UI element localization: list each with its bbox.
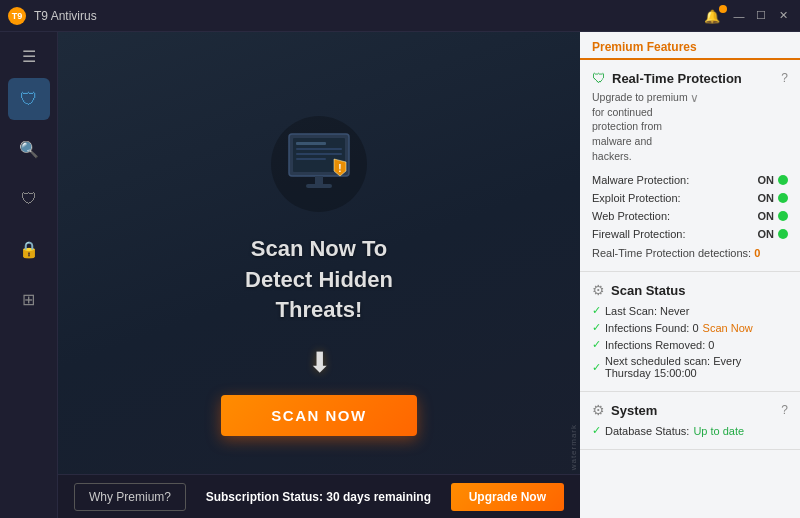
app-logo: T9 bbox=[8, 7, 26, 25]
svg-rect-6 bbox=[296, 158, 326, 160]
watermark: watermark bbox=[569, 424, 578, 470]
hero-illustration: ! bbox=[254, 114, 384, 214]
system-icon: ⚙ bbox=[592, 402, 605, 418]
db-status-link[interactable]: Up to date bbox=[693, 425, 744, 437]
detections-row: Real-Time Protection detections: 0 bbox=[592, 243, 788, 261]
svg-rect-4 bbox=[296, 148, 342, 150]
lock-icon: 🔒 bbox=[19, 240, 39, 259]
scan-status-section: ⚙ Scan Status ✓ Last Scan: Never ✓ Infec… bbox=[580, 272, 800, 392]
detections-count: 0 bbox=[754, 247, 760, 259]
upgrade-now-button[interactable]: Upgrade Now bbox=[451, 483, 564, 511]
arrow-down-icon: ⬇ bbox=[308, 346, 331, 379]
rtp-help-icon[interactable]: ? bbox=[781, 71, 788, 85]
check-icon-last-scan: ✓ bbox=[592, 304, 601, 317]
right-panel: Premium Features 🛡 Real-Time Protection … bbox=[580, 32, 800, 518]
check-icon-infections: ✓ bbox=[592, 321, 601, 334]
exploit-status-dot bbox=[778, 193, 788, 203]
scan-title: Scan Status bbox=[611, 283, 788, 298]
sidebar: ☰ 🛡 🔍 🛡 🔒 ⊞ bbox=[0, 32, 58, 518]
sidebar-item-grid[interactable]: ⊞ bbox=[8, 278, 50, 320]
svg-rect-8 bbox=[306, 184, 332, 188]
app-container: ☰ 🛡 🔍 🛡 🔒 ⊞ bbox=[0, 32, 800, 518]
exploit-status: ON bbox=[758, 192, 789, 204]
firewall-status: ON bbox=[758, 228, 789, 240]
sidebar-item-check[interactable]: 🛡 bbox=[8, 178, 50, 220]
malware-status: ON bbox=[758, 174, 789, 186]
notification-badge bbox=[719, 5, 727, 13]
rtp-title-row: 🛡 Real-Time Protection ? bbox=[592, 70, 788, 86]
exploit-protection-row: Exploit Protection: ON bbox=[592, 189, 788, 207]
title-bar-left: T9 T9 Antivirus bbox=[8, 7, 97, 25]
web-status-dot bbox=[778, 211, 788, 221]
close-button[interactable]: ✕ bbox=[774, 7, 792, 25]
premium-features-title: Premium Features bbox=[580, 32, 800, 60]
svg-rect-5 bbox=[296, 153, 342, 155]
real-time-protection-section: 🛡 Real-Time Protection ? Upgrade to prem… bbox=[580, 60, 800, 272]
notification-icon[interactable]: 🔔 bbox=[704, 7, 726, 25]
main-content: ! Scan Now ToDetect HiddenThreats! ⬇ SCA… bbox=[58, 32, 580, 518]
sidebar-menu-icon[interactable]: ☰ bbox=[8, 40, 50, 72]
system-title: System bbox=[611, 403, 775, 418]
infections-removed-row: ✓ Infections Removed: 0 bbox=[592, 336, 788, 353]
why-premium-button[interactable]: Why Premium? bbox=[74, 483, 186, 511]
web-status: ON bbox=[758, 210, 789, 222]
svg-rect-7 bbox=[315, 176, 323, 184]
hero-text: Scan Now ToDetect HiddenThreats! bbox=[245, 234, 393, 326]
upgrade-description: Upgrade to premium for continued protect… bbox=[592, 90, 788, 163]
check-shield-icon: 🛡 bbox=[21, 190, 37, 208]
svg-text:!: ! bbox=[338, 163, 341, 174]
shield-icon: 🛡 bbox=[20, 89, 38, 110]
database-status-row: ✓ Database Status: Up to date bbox=[592, 422, 788, 439]
app-title: T9 Antivirus bbox=[34, 9, 97, 23]
sidebar-item-search[interactable]: 🔍 bbox=[8, 128, 50, 170]
scan-icon: ⚙ bbox=[592, 282, 605, 298]
minimize-button[interactable]: — bbox=[730, 7, 748, 25]
scan-now-button[interactable]: SCAN NOW bbox=[221, 395, 416, 436]
system-help-icon[interactable]: ? bbox=[781, 403, 788, 417]
malware-protection-row: Malware Protection: ON bbox=[592, 171, 788, 189]
web-protection-row: Web Protection: ON bbox=[592, 207, 788, 225]
maximize-button[interactable]: ☐ bbox=[752, 7, 770, 25]
system-title-row: ⚙ System ? bbox=[592, 402, 788, 418]
search-icon: 🔍 bbox=[19, 140, 39, 159]
title-bar-controls: 🔔 — ☐ ✕ bbox=[704, 7, 792, 25]
check-icon-removed: ✓ bbox=[592, 338, 601, 351]
expand-icon[interactable]: ∨ bbox=[690, 90, 788, 107]
rtp-title: Real-Time Protection bbox=[612, 71, 775, 86]
subscription-status: Subscription Status: 30 days remaining bbox=[206, 490, 431, 504]
malware-status-dot bbox=[778, 175, 788, 185]
firewall-protection-row: Firewall Protection: ON bbox=[592, 225, 788, 243]
shield-green-icon: 🛡 bbox=[592, 70, 606, 86]
check-icon-next: ✓ bbox=[592, 361, 601, 374]
sidebar-item-shield[interactable]: 🛡 bbox=[8, 78, 50, 120]
system-section: ⚙ System ? ✓ Database Status: Up to date bbox=[580, 392, 800, 450]
bottom-bar: Why Premium? Subscription Status: 30 day… bbox=[58, 474, 580, 518]
svg-rect-3 bbox=[296, 142, 326, 145]
grid-icon: ⊞ bbox=[22, 290, 35, 309]
infections-found-row: ✓ Infections Found: 0 Scan Now bbox=[592, 319, 788, 336]
scan-title-row: ⚙ Scan Status bbox=[592, 282, 788, 298]
title-bar: T9 T9 Antivirus 🔔 — ☐ ✕ bbox=[0, 0, 800, 32]
sidebar-item-lock[interactable]: 🔒 bbox=[8, 228, 50, 270]
check-icon-db: ✓ bbox=[592, 424, 601, 437]
scan-now-link[interactable]: Scan Now bbox=[703, 322, 753, 334]
firewall-status-dot bbox=[778, 229, 788, 239]
next-scan-row: ✓ Next scheduled scan: Every Thursday 15… bbox=[592, 353, 788, 381]
last-scan-row: ✓ Last Scan: Never bbox=[592, 302, 788, 319]
